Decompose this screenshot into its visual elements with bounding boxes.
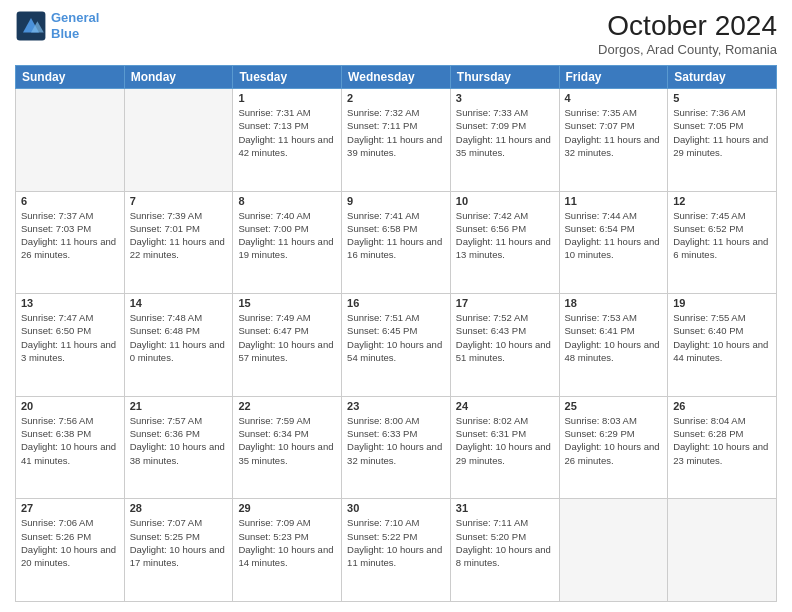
day-number: 8 — [238, 195, 336, 207]
logo: General Blue — [15, 10, 99, 42]
day-number: 2 — [347, 92, 445, 104]
calendar-cell: 9Sunrise: 7:41 AM Sunset: 6:58 PM Daylig… — [342, 191, 451, 294]
day-number: 11 — [565, 195, 663, 207]
day-info: Sunrise: 7:07 AM Sunset: 5:25 PM Dayligh… — [130, 516, 228, 569]
calendar-cell: 22Sunrise: 7:59 AM Sunset: 6:34 PM Dayli… — [233, 396, 342, 499]
day-number: 20 — [21, 400, 119, 412]
calendar-cell: 20Sunrise: 7:56 AM Sunset: 6:38 PM Dayli… — [16, 396, 125, 499]
day-info: Sunrise: 7:37 AM Sunset: 7:03 PM Dayligh… — [21, 209, 119, 262]
calendar-cell: 3Sunrise: 7:33 AM Sunset: 7:09 PM Daylig… — [450, 89, 559, 192]
calendar-week-row: 6Sunrise: 7:37 AM Sunset: 7:03 PM Daylig… — [16, 191, 777, 294]
calendar-cell: 13Sunrise: 7:47 AM Sunset: 6:50 PM Dayli… — [16, 294, 125, 397]
day-number: 28 — [130, 502, 228, 514]
day-number: 1 — [238, 92, 336, 104]
calendar-cell: 10Sunrise: 7:42 AM Sunset: 6:56 PM Dayli… — [450, 191, 559, 294]
calendar-cell: 11Sunrise: 7:44 AM Sunset: 6:54 PM Dayli… — [559, 191, 668, 294]
logo-general: General — [51, 10, 99, 25]
day-number: 3 — [456, 92, 554, 104]
day-info: Sunrise: 7:32 AM Sunset: 7:11 PM Dayligh… — [347, 106, 445, 159]
calendar-cell: 29Sunrise: 7:09 AM Sunset: 5:23 PM Dayli… — [233, 499, 342, 602]
day-info: Sunrise: 7:10 AM Sunset: 5:22 PM Dayligh… — [347, 516, 445, 569]
calendar-cell: 4Sunrise: 7:35 AM Sunset: 7:07 PM Daylig… — [559, 89, 668, 192]
calendar-cell: 24Sunrise: 8:02 AM Sunset: 6:31 PM Dayli… — [450, 396, 559, 499]
day-info: Sunrise: 7:33 AM Sunset: 7:09 PM Dayligh… — [456, 106, 554, 159]
day-number: 7 — [130, 195, 228, 207]
day-info: Sunrise: 7:40 AM Sunset: 7:00 PM Dayligh… — [238, 209, 336, 262]
day-info: Sunrise: 7:55 AM Sunset: 6:40 PM Dayligh… — [673, 311, 771, 364]
calendar-cell: 5Sunrise: 7:36 AM Sunset: 7:05 PM Daylig… — [668, 89, 777, 192]
day-of-week-header: Friday — [559, 66, 668, 89]
day-number: 13 — [21, 297, 119, 309]
calendar-cell: 27Sunrise: 7:06 AM Sunset: 5:26 PM Dayli… — [16, 499, 125, 602]
day-number: 19 — [673, 297, 771, 309]
day-number: 27 — [21, 502, 119, 514]
month-title: October 2024 — [598, 10, 777, 42]
day-info: Sunrise: 8:00 AM Sunset: 6:33 PM Dayligh… — [347, 414, 445, 467]
calendar-cell: 1Sunrise: 7:31 AM Sunset: 7:13 PM Daylig… — [233, 89, 342, 192]
calendar-cell: 30Sunrise: 7:10 AM Sunset: 5:22 PM Dayli… — [342, 499, 451, 602]
day-info: Sunrise: 7:09 AM Sunset: 5:23 PM Dayligh… — [238, 516, 336, 569]
calendar-header-row: SundayMondayTuesdayWednesdayThursdayFrid… — [16, 66, 777, 89]
day-number: 4 — [565, 92, 663, 104]
day-number: 6 — [21, 195, 119, 207]
calendar-week-row: 27Sunrise: 7:06 AM Sunset: 5:26 PM Dayli… — [16, 499, 777, 602]
day-info: Sunrise: 7:39 AM Sunset: 7:01 PM Dayligh… — [130, 209, 228, 262]
day-info: Sunrise: 8:03 AM Sunset: 6:29 PM Dayligh… — [565, 414, 663, 467]
logo-icon — [15, 10, 47, 42]
title-block: October 2024 Dorgos, Arad County, Romani… — [598, 10, 777, 57]
calendar-cell — [668, 499, 777, 602]
day-info: Sunrise: 8:02 AM Sunset: 6:31 PM Dayligh… — [456, 414, 554, 467]
calendar-cell: 25Sunrise: 8:03 AM Sunset: 6:29 PM Dayli… — [559, 396, 668, 499]
day-info: Sunrise: 7:52 AM Sunset: 6:43 PM Dayligh… — [456, 311, 554, 364]
day-number: 21 — [130, 400, 228, 412]
day-info: Sunrise: 7:11 AM Sunset: 5:20 PM Dayligh… — [456, 516, 554, 569]
calendar-cell: 18Sunrise: 7:53 AM Sunset: 6:41 PM Dayli… — [559, 294, 668, 397]
calendar-week-row: 20Sunrise: 7:56 AM Sunset: 6:38 PM Dayli… — [16, 396, 777, 499]
day-number: 12 — [673, 195, 771, 207]
day-number: 31 — [456, 502, 554, 514]
day-number: 10 — [456, 195, 554, 207]
calendar-week-row: 1Sunrise: 7:31 AM Sunset: 7:13 PM Daylig… — [16, 89, 777, 192]
calendar-cell: 16Sunrise: 7:51 AM Sunset: 6:45 PM Dayli… — [342, 294, 451, 397]
day-of-week-header: Sunday — [16, 66, 125, 89]
day-info: Sunrise: 7:47 AM Sunset: 6:50 PM Dayligh… — [21, 311, 119, 364]
calendar-cell: 31Sunrise: 7:11 AM Sunset: 5:20 PM Dayli… — [450, 499, 559, 602]
calendar-cell: 21Sunrise: 7:57 AM Sunset: 6:36 PM Dayli… — [124, 396, 233, 499]
day-info: Sunrise: 8:04 AM Sunset: 6:28 PM Dayligh… — [673, 414, 771, 467]
day-info: Sunrise: 7:57 AM Sunset: 6:36 PM Dayligh… — [130, 414, 228, 467]
calendar-cell: 6Sunrise: 7:37 AM Sunset: 7:03 PM Daylig… — [16, 191, 125, 294]
day-number: 15 — [238, 297, 336, 309]
calendar-cell: 19Sunrise: 7:55 AM Sunset: 6:40 PM Dayli… — [668, 294, 777, 397]
day-number: 25 — [565, 400, 663, 412]
day-number: 30 — [347, 502, 445, 514]
calendar-cell: 12Sunrise: 7:45 AM Sunset: 6:52 PM Dayli… — [668, 191, 777, 294]
day-info: Sunrise: 7:44 AM Sunset: 6:54 PM Dayligh… — [565, 209, 663, 262]
day-number: 5 — [673, 92, 771, 104]
calendar-cell — [124, 89, 233, 192]
day-info: Sunrise: 7:56 AM Sunset: 6:38 PM Dayligh… — [21, 414, 119, 467]
day-info: Sunrise: 7:42 AM Sunset: 6:56 PM Dayligh… — [456, 209, 554, 262]
day-info: Sunrise: 7:41 AM Sunset: 6:58 PM Dayligh… — [347, 209, 445, 262]
day-number: 26 — [673, 400, 771, 412]
day-number: 16 — [347, 297, 445, 309]
day-info: Sunrise: 7:36 AM Sunset: 7:05 PM Dayligh… — [673, 106, 771, 159]
day-number: 18 — [565, 297, 663, 309]
calendar-cell: 23Sunrise: 8:00 AM Sunset: 6:33 PM Dayli… — [342, 396, 451, 499]
day-info: Sunrise: 7:06 AM Sunset: 5:26 PM Dayligh… — [21, 516, 119, 569]
day-info: Sunrise: 7:53 AM Sunset: 6:41 PM Dayligh… — [565, 311, 663, 364]
day-of-week-header: Tuesday — [233, 66, 342, 89]
calendar-week-row: 13Sunrise: 7:47 AM Sunset: 6:50 PM Dayli… — [16, 294, 777, 397]
calendar-cell: 17Sunrise: 7:52 AM Sunset: 6:43 PM Dayli… — [450, 294, 559, 397]
header: General Blue October 2024 Dorgos, Arad C… — [15, 10, 777, 57]
calendar-cell — [559, 499, 668, 602]
day-info: Sunrise: 7:49 AM Sunset: 6:47 PM Dayligh… — [238, 311, 336, 364]
location-subtitle: Dorgos, Arad County, Romania — [598, 42, 777, 57]
day-number: 24 — [456, 400, 554, 412]
day-info: Sunrise: 7:51 AM Sunset: 6:45 PM Dayligh… — [347, 311, 445, 364]
day-number: 9 — [347, 195, 445, 207]
calendar-cell: 2Sunrise: 7:32 AM Sunset: 7:11 PM Daylig… — [342, 89, 451, 192]
logo-blue: Blue — [51, 26, 79, 41]
day-of-week-header: Saturday — [668, 66, 777, 89]
day-info: Sunrise: 7:31 AM Sunset: 7:13 PM Dayligh… — [238, 106, 336, 159]
calendar-cell: 15Sunrise: 7:49 AM Sunset: 6:47 PM Dayli… — [233, 294, 342, 397]
